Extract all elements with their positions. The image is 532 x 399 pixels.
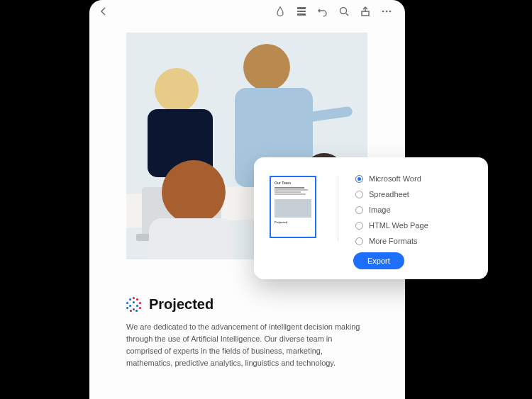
document-description: We are dedicated to the advancement of i… [126,321,360,369]
divider [338,176,338,241]
brand-logo-icon [126,297,142,313]
toolbar [89,0,405,23]
svg-point-7 [389,11,392,13]
option-word[interactable]: Microsoft Word [355,174,472,183]
thumbnail-brand: Projected [275,220,311,224]
more-icon[interactable] [381,6,392,17]
svg-rect-0 [297,7,306,9]
search-icon[interactable] [338,6,350,17]
option-label: Microsoft Word [369,174,421,183]
svg-point-6 [386,11,388,13]
radio-icon [355,222,363,230]
option-more[interactable]: More Formats [355,237,472,245]
drop-icon[interactable] [275,6,286,17]
back-icon[interactable] [98,6,109,17]
document-thumbnail[interactable]: Our Team Projected [270,176,316,238]
brand-row: Projected [126,296,368,313]
share-icon[interactable] [360,6,371,17]
option-html[interactable]: HTML Web Page [355,221,472,230]
svg-rect-2 [297,13,306,16]
option-image[interactable]: Image [355,206,472,214]
option-label: Spreadheet [369,190,409,198]
export-button[interactable]: Export [353,252,404,269]
undo-icon[interactable] [317,6,328,17]
svg-point-3 [340,8,347,14]
option-spreadsheet[interactable]: Spreadheet [355,190,472,198]
option-label: More Formats [369,237,417,245]
option-label: HTML Web Page [369,221,428,230]
svg-point-5 [382,11,384,13]
brand-name: Projected [149,296,214,313]
radio-icon [355,191,363,198]
svg-rect-1 [297,11,306,12]
thumbnail-title: Our Team [275,181,311,185]
radio-icon [355,206,363,214]
option-label: Image [369,206,391,214]
layout-icon[interactable] [296,6,307,17]
radio-icon [355,175,363,183]
export-panel: Our Team Projected Microsoft Word Spread… [254,157,488,279]
radio-icon [355,237,363,245]
